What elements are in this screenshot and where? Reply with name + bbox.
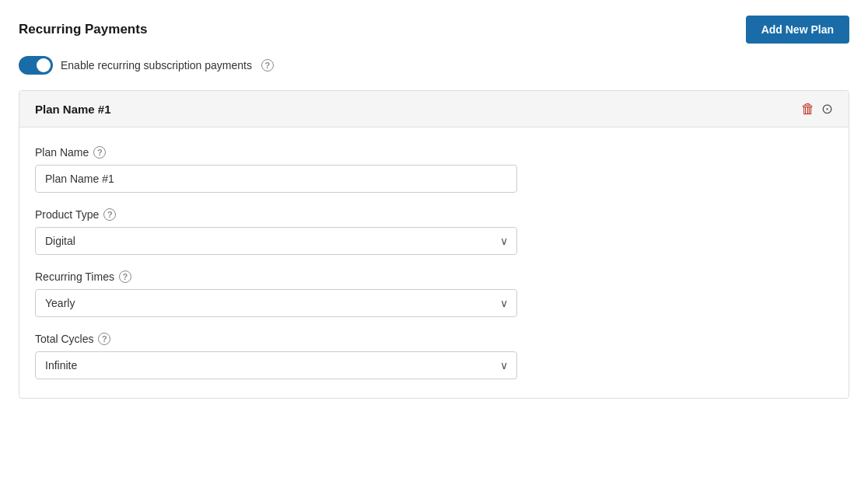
product-type-select[interactable]: Digital Physical Service bbox=[35, 227, 517, 255]
plan-card: Plan Name #1 🗑 ⊙ Plan Name ? Product Typ… bbox=[19, 90, 849, 399]
toggle-row: Enable recurring subscription payments ? bbox=[19, 56, 849, 75]
plan-card-header: Plan Name #1 🗑 ⊙ bbox=[19, 91, 849, 127]
total-cycles-select[interactable]: Infinite 1 2 3 6 12 bbox=[35, 351, 517, 379]
product-type-field-group: Product Type ? Digital Physical Service … bbox=[35, 208, 833, 255]
total-cycles-help-icon[interactable]: ? bbox=[98, 333, 110, 345]
add-new-plan-button[interactable]: Add New Plan bbox=[746, 16, 849, 44]
toggle-thumb bbox=[37, 58, 51, 72]
plan-name-field-group: Plan Name ? bbox=[35, 146, 833, 193]
total-cycles-label: Total Cycles ? bbox=[35, 333, 833, 345]
product-type-label: Product Type ? bbox=[35, 208, 833, 221]
toggle-label: Enable recurring subscription payments bbox=[61, 59, 252, 72]
delete-plan-icon[interactable]: 🗑 bbox=[801, 102, 815, 116]
plan-name-help-icon[interactable]: ? bbox=[93, 146, 106, 159]
toggle-help-icon[interactable]: ? bbox=[261, 59, 274, 72]
recurring-times-select-wrapper: Daily Weekly Monthly Yearly ∨ bbox=[35, 289, 517, 317]
product-type-help-icon[interactable]: ? bbox=[103, 208, 116, 221]
total-cycles-select-wrapper: Infinite 1 2 3 6 12 ∨ bbox=[35, 351, 517, 379]
plan-card-title: Plan Name #1 bbox=[35, 103, 111, 116]
recurring-times-help-icon[interactable]: ? bbox=[119, 270, 131, 283]
collapse-plan-icon[interactable]: ⊙ bbox=[821, 102, 833, 116]
plan-name-label: Plan Name ? bbox=[35, 146, 833, 159]
recurring-times-label: Recurring Times ? bbox=[35, 270, 833, 283]
page-header: Recurring Payments Add New Plan bbox=[19, 16, 849, 44]
total-cycles-field-group: Total Cycles ? Infinite 1 2 3 6 12 ∨ bbox=[35, 333, 833, 379]
plan-name-input[interactable] bbox=[35, 165, 517, 193]
plan-card-body: Plan Name ? Product Type ? Digital Physi… bbox=[19, 127, 849, 398]
page-title: Recurring Payments bbox=[19, 22, 147, 37]
recurring-times-select[interactable]: Daily Weekly Monthly Yearly bbox=[35, 289, 517, 317]
product-type-select-wrapper: Digital Physical Service ∨ bbox=[35, 227, 517, 255]
recurring-times-field-group: Recurring Times ? Daily Weekly Monthly Y… bbox=[35, 270, 833, 317]
plan-card-actions: 🗑 ⊙ bbox=[801, 102, 833, 116]
recurring-toggle[interactable] bbox=[19, 56, 53, 75]
